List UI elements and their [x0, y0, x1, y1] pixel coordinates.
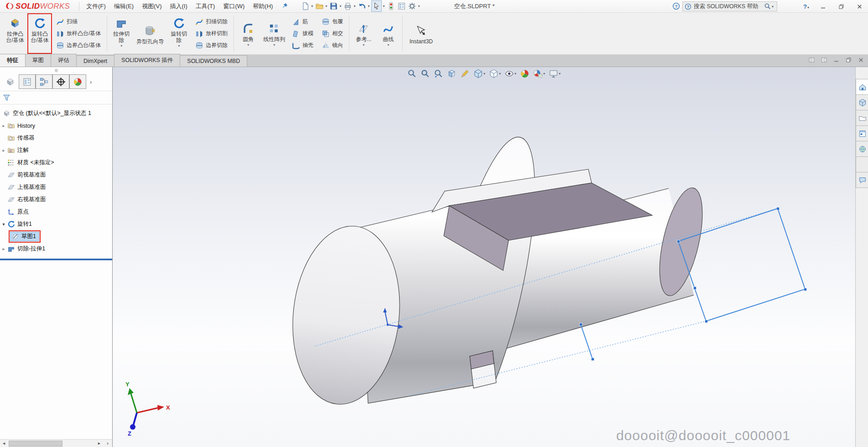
tree-item-sensors[interactable]: 传感器 — [0, 132, 112, 144]
shell-button[interactable]: 抽壳 — [289, 40, 316, 52]
help-circle-icon[interactable] — [672, 2, 680, 11]
scroll-left-arrow[interactable]: ◄ — [0, 441, 8, 446]
new-document-button[interactable] — [301, 1, 310, 11]
scrollbar-thumb[interactable] — [9, 441, 62, 447]
hide-show-items-icon[interactable]: ▾ — [504, 68, 517, 79]
mirror-button[interactable]: 镜向 — [319, 40, 346, 52]
taskpane-properties-tab[interactable] — [856, 156, 868, 172]
revolved-cut-dropdown[interactable]: ▾ — [178, 44, 180, 48]
panel-splitter-handle[interactable] — [0, 67, 112, 73]
settings-gear-button[interactable] — [407, 1, 417, 11]
draft-button[interactable]: 拔模 — [289, 28, 316, 40]
close-button[interactable] — [853, 1, 865, 11]
section-view-icon[interactable] — [447, 68, 457, 79]
scroll-right-arrow[interactable]: ► — [95, 441, 103, 446]
revolved-cut-button[interactable]: 旋转切除▾ — [167, 14, 191, 53]
tree-item-right-plane[interactable]: 右视基准面 — [0, 193, 112, 206]
taskpane-home-tab[interactable] — [856, 79, 868, 95]
boundary-cut-button[interactable]: 边界切除 — [192, 40, 230, 52]
extruded-boss-base-button[interactable]: 拉伸凸 台/基体 — [3, 14, 27, 53]
collapse-right-pane-icon[interactable] — [821, 57, 827, 63]
search-icon[interactable] — [764, 3, 771, 10]
taskpane-file-explorer-tab[interactable] — [856, 110, 868, 126]
display-manager-tab[interactable] — [69, 74, 86, 89]
fillet-button[interactable]: 圆角▾ — [236, 14, 260, 53]
linear-pattern-dropdown[interactable]: ▾ — [273, 43, 275, 47]
expand-arrow[interactable]: ▸ — [0, 148, 7, 153]
apply-scene-icon[interactable]: ▾ — [533, 68, 546, 79]
expand-arrow[interactable]: ▸ — [0, 246, 7, 251]
view-settings-icon[interactable]: ▾ — [548, 68, 561, 79]
3d-scene[interactable]: X Y Z — [113, 67, 855, 447]
revolved-boss-base-button[interactable]: 旋转凸 台/基体 — [28, 14, 52, 53]
menu-edit[interactable]: 编辑(E) — [110, 0, 138, 13]
select-cursor-button[interactable] — [371, 0, 382, 12]
tree-item-material[interactable]: 材质 <未指定> — [0, 156, 112, 169]
search-input[interactable]: 搜索 SOLIDWORKS 帮助 — [694, 3, 764, 10]
curves-dropdown[interactable]: ▾ — [387, 43, 389, 47]
taskpane-forum-tab[interactable] — [856, 172, 868, 188]
tab-mbd[interactable]: SOLIDWORKS MBD — [180, 55, 247, 67]
tree-item-top-plane[interactable]: 上视基准面 — [0, 181, 112, 193]
taskpane-view-palette-tab[interactable] — [856, 125, 868, 141]
linear-pattern-button[interactable]: 线性阵列▾ — [261, 14, 287, 53]
fillet-dropdown[interactable]: ▾ — [247, 43, 249, 47]
rib-button[interactable]: 筋 — [289, 16, 316, 28]
lofted-cut-button[interactable]: 放样切割 — [192, 28, 230, 40]
doc-minimize-icon[interactable] — [833, 57, 840, 63]
horizontal-scrollbar[interactable]: ◄ ► › — [0, 439, 112, 447]
doc-close-icon[interactable] — [858, 57, 864, 63]
zoom-fit-icon[interactable] — [407, 68, 417, 79]
edit-appearance-icon[interactable] — [520, 68, 530, 79]
menu-window[interactable]: 窗口(W) — [219, 0, 249, 13]
options-list-button[interactable] — [397, 1, 406, 11]
print-dropdown[interactable]: ▾ — [353, 4, 355, 8]
settings-dropdown[interactable]: ▾ — [418, 4, 420, 8]
tab-features[interactable]: 特征 — [0, 54, 26, 67]
restore-button[interactable] — [835, 1, 847, 11]
search-dropdown[interactable]: ▾ — [772, 5, 774, 9]
undo-button[interactable] — [357, 1, 367, 11]
boundary-boss-button[interactable]: 边界凸台/基体 — [53, 40, 104, 52]
tab-evaluate[interactable]: 评估 — [51, 54, 77, 67]
display-style-icon[interactable]: ▾ — [489, 68, 501, 79]
menu-insert[interactable]: 插入(I) — [166, 0, 191, 13]
lofted-boss-button[interactable]: 放样凸台/基体 — [53, 28, 104, 40]
collapse-left-pane-icon[interactable] — [808, 57, 815, 63]
help-menu-icon[interactable]: ?▾ — [803, 3, 811, 10]
taskpane-appearances-tab[interactable] — [856, 141, 868, 157]
tab-addins[interactable]: SOLIDWORKS 插件 — [114, 54, 180, 67]
search-box[interactable]: 搜索 SOLIDWORKS 帮助 ▾ — [682, 1, 777, 11]
swept-boss-button[interactable]: 扫描 — [53, 16, 104, 28]
save-dropdown[interactable]: ▾ — [339, 4, 341, 8]
menu-view[interactable]: 视图(V) — [138, 0, 166, 13]
reference-dropdown[interactable]: ▾ — [363, 43, 364, 47]
taskpane-design-library-tab[interactable] — [856, 94, 868, 110]
selected-sketch1-annotated[interactable]: 草图1 — [10, 232, 39, 241]
property-manager-tab[interactable] — [19, 74, 36, 89]
tree-item-origin[interactable]: 原点 — [0, 206, 112, 218]
open-button[interactable] — [315, 1, 324, 11]
tree-root[interactable]: 空仓 (默认<<默认>_显示状态 1 — [0, 107, 112, 120]
instant3d-button[interactable]: Instant3D — [405, 14, 437, 53]
reference-geometry-button[interactable]: 参考...▾ — [352, 14, 375, 53]
sketch-annotation-icon[interactable] — [460, 68, 470, 79]
tree-filter-row[interactable] — [0, 91, 112, 104]
tree-item-cut-extrude1[interactable]: ▸切除-拉伸1 — [0, 243, 112, 255]
tab-dimxpert[interactable]: DimXpert — [76, 55, 114, 67]
expand-tabs-chevron[interactable]: › — [90, 78, 92, 85]
curves-button[interactable]: 曲线▾ — [376, 14, 400, 53]
graphics-viewport[interactable]: X Y Z ▾ ▾ ▾ ▾ — [113, 67, 855, 447]
view-orientation-icon[interactable]: ▾ — [473, 68, 486, 79]
previous-view-icon[interactable] — [433, 68, 444, 79]
new-dropdown[interactable]: ▾ — [311, 4, 313, 8]
save-button[interactable] — [329, 1, 338, 11]
open-dropdown[interactable]: ▾ — [325, 4, 327, 8]
doc-restore-icon[interactable] — [845, 57, 852, 63]
menu-help[interactable]: 帮助(H) — [249, 0, 277, 13]
tree-item-front-plane[interactable]: 前视基准面 — [0, 169, 112, 181]
minimize-button[interactable] — [817, 1, 829, 11]
feature-manager-tab[interactable] — [2, 74, 19, 89]
collapse-arrow[interactable]: ▾ — [0, 222, 7, 227]
tree-item-history[interactable]: ▸History — [0, 120, 112, 132]
